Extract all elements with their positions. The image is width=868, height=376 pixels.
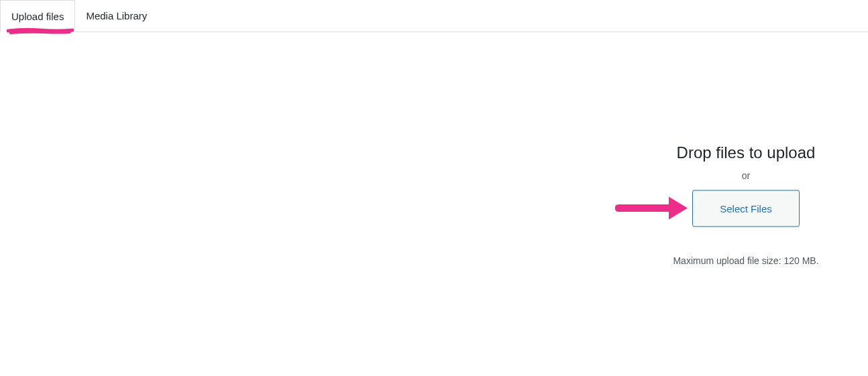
arrow-annotation-icon [615, 191, 689, 225]
tab-media-library[interactable]: Media Library [75, 0, 158, 32]
tab-bar: Upload files Media Library [0, 0, 868, 32]
tab-upload-label: Upload files [11, 11, 64, 22]
upload-block: Drop files to upload or Select Files Max… [612, 143, 868, 265]
tab-media-library-label: Media Library [86, 10, 147, 21]
svg-marker-1 [669, 196, 688, 219]
upload-panel: Drop files to upload or Select Files Max… [0, 32, 868, 376]
drop-files-heading: Drop files to upload [612, 143, 868, 162]
select-files-label: Select Files [720, 202, 772, 214]
select-files-button[interactable]: Select Files [692, 190, 800, 227]
tab-upload-files[interactable]: Upload files [0, 0, 75, 32]
max-upload-size-text: Maximum upload file size: 120 MB. [612, 255, 868, 265]
or-text: or [612, 170, 868, 180]
